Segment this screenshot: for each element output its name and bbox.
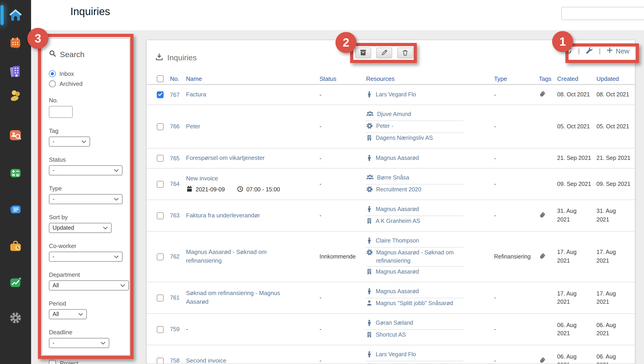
row-checkbox[interactable]	[157, 181, 164, 188]
edit-button[interactable]	[376, 48, 392, 58]
paperclip-icon	[539, 254, 546, 261]
sidebar-item-chart[interactable]	[0, 274, 31, 291]
sidebar-item-calculator[interactable]	[0, 165, 31, 181]
resource-link[interactable]: A K Granheim AS	[376, 217, 420, 225]
row-checkbox[interactable]	[157, 91, 164, 98]
sidebar-item-home[interactable]	[0, 7, 31, 23]
download-icon[interactable]	[155, 53, 163, 63]
radio-archived[interactable]	[49, 80, 56, 87]
delete-button[interactable]	[397, 48, 413, 58]
filter-check-project[interactable]: Project	[49, 360, 124, 364]
row-checkbox[interactable]	[157, 326, 164, 333]
sidebar-item-settings[interactable]	[0, 310, 31, 326]
checkbox-label: Project	[60, 360, 78, 364]
row-checkbox[interactable]	[157, 294, 164, 302]
inquiry-number[interactable]: 759	[170, 326, 180, 333]
resource-link[interactable]: Recruitment 2020	[376, 186, 421, 194]
global-search-input[interactable]	[561, 7, 644, 20]
sidebar-item-calendar[interactable]	[0, 35, 31, 51]
inquiry-name[interactable]: Søknad om refinansiering - Magnus Aasarø…	[186, 290, 280, 305]
resources-cell: Magnus AasarødA K Granheim AS	[366, 204, 494, 228]
column-header-no[interactable]: No.	[170, 75, 186, 82]
resource-link[interactable]: Claire Thompson	[376, 236, 419, 245]
filter-label-tag: Tag	[49, 128, 124, 134]
row-checkbox[interactable]	[157, 253, 164, 260]
resource-link[interactable]: Dagens Næringsliv AS	[376, 134, 433, 142]
new-button[interactable]: New	[606, 47, 629, 54]
filter-select-period[interactable]: All	[49, 309, 87, 319]
filter-select-tag[interactable]: -	[49, 136, 90, 146]
inquiry-number[interactable]: 767	[170, 92, 180, 98]
row-checkbox[interactable]	[157, 358, 164, 364]
resource-link[interactable]: Magnus Aasarød	[376, 288, 419, 296]
resources-cell: Gøran SælandShortcut AS	[366, 318, 494, 342]
inquiry-number[interactable]: 761	[170, 295, 180, 301]
paperclip-icon	[539, 359, 546, 364]
filter-select-sort-by[interactable]: Updated	[49, 223, 112, 233]
inquiry-name[interactable]: Factura	[186, 91, 206, 98]
filter-select-co-worker[interactable]: -	[49, 252, 123, 262]
inquiry-name[interactable]: Faktura fra underleverandør	[186, 212, 260, 218]
refresh-button[interactable]	[564, 46, 572, 55]
archive-button[interactable]	[355, 48, 371, 58]
resource-link[interactable]: Magnus Aasarød	[376, 205, 419, 213]
resource-link[interactable]: Magnus Aasarød - Søknad om refinansierin…	[376, 248, 454, 265]
column-header-resources[interactable]: Resources	[366, 75, 494, 82]
inquiry-name[interactable]: Forespørsel om vikartjenester	[186, 154, 265, 161]
radio-inbox[interactable]	[49, 70, 56, 77]
resource-link[interactable]: Lars Vegard Flo	[376, 350, 416, 359]
inquiry-number[interactable]: 762	[170, 254, 180, 260]
resource-link[interactable]: Lars Vegard Flo	[376, 90, 416, 98]
sidebar-item-messages[interactable]	[0, 202, 31, 218]
sidebar-item-person-search[interactable]	[0, 127, 31, 144]
resource-link[interactable]: BETOSAG AS	[376, 362, 412, 364]
inquiry-number[interactable]: 758	[170, 358, 180, 364]
column-header-type[interactable]: Type	[494, 75, 539, 82]
inquiry-number[interactable]: 763	[170, 212, 180, 219]
inquiry-name[interactable]: Second invoice	[186, 357, 226, 364]
filter-input-no-[interactable]	[49, 106, 73, 118]
inquiry-number[interactable]: 764	[170, 181, 180, 187]
filter-radio-archived[interactable]: Archived	[49, 80, 124, 87]
settings-wrench-button[interactable]	[586, 47, 593, 54]
filter-label-period: Period	[49, 300, 124, 307]
sidebar-item-people[interactable]	[0, 87, 31, 104]
row-checkbox[interactable]	[157, 155, 164, 162]
inquiry-number[interactable]: 765	[170, 155, 180, 162]
resource-link[interactable]: Magnus Aasarød	[376, 268, 419, 276]
column-header-tags[interactable]: Tags	[539, 75, 557, 82]
resource-link[interactable]: Børre Snåsa	[377, 174, 409, 182]
settings-icon	[8, 310, 23, 325]
filter-select-status[interactable]: -	[49, 165, 123, 176]
inquiry-name[interactable]: Peter	[186, 123, 200, 130]
filter-select-type[interactable]: -	[49, 194, 123, 204]
column-header-created[interactable]: Created	[557, 75, 596, 82]
row-checkbox[interactable]	[157, 123, 164, 130]
filter-select-deadline[interactable]: -	[49, 338, 109, 348]
column-header-status[interactable]: Status	[319, 75, 366, 82]
inquiry-number[interactable]: 766	[170, 123, 180, 130]
sidebar-item-briefcase-clock[interactable]	[0, 238, 31, 254]
filter-radio-inbox[interactable]: Inbox	[49, 70, 124, 77]
filter-select-department[interactable]: All	[49, 280, 129, 290]
name-cell: Faktura fra underleverandør	[186, 211, 319, 220]
column-header-updated[interactable]: Updated	[596, 75, 635, 82]
resource-item: Dagens Næringsliv AS	[366, 132, 490, 144]
resource-link[interactable]: Djuve Amund	[377, 110, 411, 118]
inquiries-card: Inquiries | | New	[146, 40, 635, 364]
updated-cell: 09. Sep 2021	[596, 180, 635, 188]
resource-link[interactable]: Magnus Aasarød	[376, 154, 419, 162]
column-header-name[interactable]: Name	[186, 75, 319, 82]
row-checkbox[interactable]	[157, 212, 164, 219]
checkbox-project[interactable]	[49, 360, 56, 364]
resource-link[interactable]: Shortcut AS	[376, 331, 406, 339]
resource-link[interactable]: Gøran Sæland	[376, 319, 413, 327]
inquiry-name[interactable]: Magnus Aasarød - Søknad om refinansierin…	[186, 249, 267, 264]
resource-link[interactable]: Magnus "Splitt jobb" Snåsarød	[376, 300, 453, 308]
sidebar-item-building[interactable]	[0, 63, 31, 80]
resources-cell: Børre SnåsaRecruitment 2020	[366, 172, 494, 196]
select-all-checkbox[interactable]	[157, 75, 164, 82]
resource-link[interactable]: Peter -	[376, 122, 393, 130]
inquiry-name[interactable]: New invoice	[186, 175, 218, 182]
created-cell: 05. Oct 2021	[557, 122, 596, 131]
